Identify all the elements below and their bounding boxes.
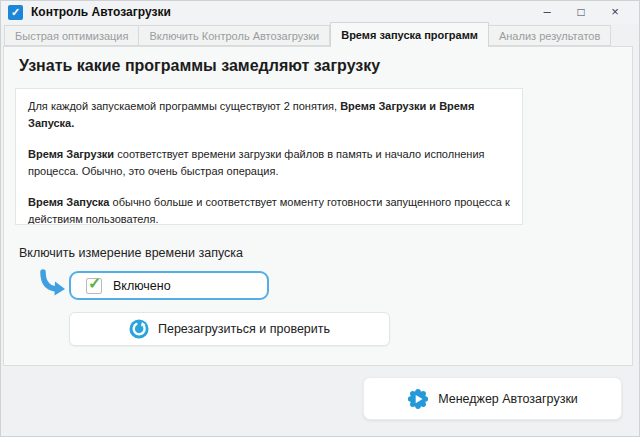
- measure-startup-time-label: Включить измерение времени запуска: [19, 246, 243, 260]
- info-paragraph: Время Запуска обычно больше и соответств…: [28, 194, 510, 225]
- autorun-manager-button[interactable]: Менеджер Автозагрузки: [363, 377, 622, 420]
- info-box: Для каждой запускаемой программы существ…: [15, 88, 523, 225]
- maximize-button[interactable]: □: [564, 1, 598, 23]
- manager-button-label: Менеджер Автозагрузки: [438, 392, 578, 406]
- green-check-icon: ✓: [88, 274, 101, 293]
- tab-content-panel: Узнать какие программы замедляют загрузк…: [3, 46, 633, 366]
- checkbox-icon[interactable]: ✓: [86, 278, 102, 294]
- app-window: { "window": { "title": "Контроль Автозаг…: [0, 0, 640, 437]
- footer: Менеджер Автозагрузки: [0, 366, 640, 437]
- info-paragraph: Для каждой запускаемой программы существ…: [28, 98, 510, 131]
- reboot-button-label: Перезагрузиться и проверить: [158, 322, 330, 336]
- minimize-button[interactable]: –: [530, 1, 564, 23]
- window-controls: – □ ×: [530, 1, 632, 23]
- page-title: Узнать какие программы замедляют загрузк…: [19, 57, 380, 75]
- app-checkbox-icon: ✓: [8, 5, 23, 20]
- tab-program-launch-time[interactable]: Время запуска программ: [330, 22, 489, 47]
- window-title: Контроль Автозагрузки: [31, 5, 171, 19]
- tab-strip: Быстрая оптимизация Включить Контроль Ав…: [0, 24, 640, 46]
- enabled-toggle[interactable]: ✓ Включено: [69, 271, 269, 300]
- tab-results-analysis[interactable]: Анализ результатов: [489, 25, 611, 46]
- gear-play-icon: [407, 388, 429, 410]
- tab-quick-optimization[interactable]: Быстрая оптимизация: [4, 25, 139, 46]
- restart-icon: [129, 319, 149, 339]
- reboot-and-check-button[interactable]: Перезагрузиться и проверить: [69, 312, 390, 346]
- close-button[interactable]: ×: [598, 1, 632, 23]
- info-paragraph: Время Загрузки соответствует времени заг…: [28, 146, 510, 179]
- pointer-arrow-icon: [37, 269, 67, 299]
- titlebar: ✓ Контроль Автозагрузки – □ ×: [0, 0, 640, 24]
- tab-enable-startup-control[interactable]: Включить Контроль Автозагрузки: [139, 25, 330, 46]
- toggle-label: Включено: [113, 279, 171, 293]
